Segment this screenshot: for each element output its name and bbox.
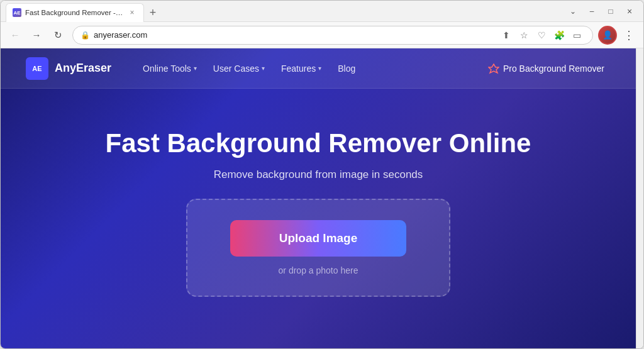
address-actions: ⬆ ☆ ♡ 🧩 ▭: [498, 27, 585, 43]
lock-icon: 🔒: [80, 31, 90, 40]
heart-icon[interactable]: ♡: [533, 27, 550, 43]
page-area: AE AnyEraser Online Tools ▾ User Cases ▾: [1, 48, 643, 348]
new-tab-button[interactable]: +: [144, 4, 162, 22]
browser-window: AE Fast Background Remover - R... × + ⌄ …: [0, 0, 644, 349]
menu-button[interactable]: ⋮: [619, 26, 638, 45]
bookmark-icon[interactable]: ☆: [516, 27, 532, 43]
nav-item-user-cases[interactable]: User Cases ▾: [207, 60, 271, 77]
svg-marker-0: [489, 64, 499, 73]
hero-title: Fast Background Remover Online: [106, 128, 531, 159]
upload-box[interactable]: Upload Image or drop a photo here: [186, 199, 450, 297]
nav-item-online-tools[interactable]: Online Tools ▾: [136, 60, 203, 77]
refresh-button[interactable]: ↻: [48, 26, 67, 45]
upload-image-button[interactable]: Upload Image: [230, 220, 406, 257]
forward-button[interactable]: →: [27, 26, 46, 45]
extensions-icon[interactable]: 🧩: [551, 27, 567, 43]
logo-icon: AE: [26, 57, 48, 80]
drop-text: or drop a photo here: [279, 265, 358, 275]
tab-close-button[interactable]: ×: [127, 8, 137, 18]
hero-subtitle: Remove background from image in seconds: [214, 169, 423, 181]
logo-text: AnyEraser: [55, 62, 111, 75]
tabs-bar: AE Fast Background Remover - R... × +: [6, 1, 559, 22]
chevron-down-icon: ▾: [194, 65, 197, 72]
url-text: anyeraser.com: [94, 30, 494, 40]
site-logo[interactable]: AE AnyEraser: [26, 57, 111, 80]
tab-favicon: AE: [13, 8, 21, 17]
profile-button[interactable]: 👤: [598, 26, 617, 45]
maximize-button[interactable]: □: [602, 3, 619, 20]
pro-icon: [488, 63, 499, 74]
minimize-button[interactable]: –: [583, 3, 601, 20]
share-icon[interactable]: ⬆: [498, 27, 514, 43]
sidebar-icon[interactable]: ▭: [569, 27, 585, 43]
scrollbar[interactable]: [636, 48, 643, 348]
back-button[interactable]: ←: [6, 26, 25, 45]
chevron-down-icon: ▾: [318, 65, 321, 72]
website: AE AnyEraser Online Tools ▾ User Cases ▾: [1, 48, 636, 348]
address-bar[interactable]: 🔒 anyeraser.com ⬆ ☆ ♡ 🧩 ▭: [72, 26, 593, 45]
active-tab[interactable]: AE Fast Background Remover - R... ×: [6, 3, 144, 22]
nav-item-blog[interactable]: Blog: [331, 60, 362, 77]
nav-item-features[interactable]: Features ▾: [275, 60, 328, 77]
close-button[interactable]: ×: [621, 3, 638, 20]
chevron-down-icon: ▾: [262, 65, 265, 72]
chevron-down-icon[interactable]: ⌄: [564, 3, 582, 20]
address-bar-row: ← → ↻ 🔒 anyeraser.com ⬆ ☆ ♡ 🧩 ▭ 👤 ⋮: [1, 22, 643, 48]
site-nav: AE AnyEraser Online Tools ▾ User Cases ▾: [1, 48, 636, 89]
page-content: AE AnyEraser Online Tools ▾ User Cases ▾: [1, 48, 636, 348]
hero-section: Fast Background Remover Online Remove ba…: [1, 89, 636, 348]
window-controls: ⌄ – □ ×: [564, 3, 638, 20]
nav-items: Online Tools ▾ User Cases ▾ Features ▾: [136, 59, 611, 78]
nav-pro-button[interactable]: Pro Background Remover: [482, 59, 611, 78]
tab-title: Fast Background Remover - R...: [25, 9, 123, 16]
title-bar: AE Fast Background Remover - R... × + ⌄ …: [1, 1, 643, 22]
